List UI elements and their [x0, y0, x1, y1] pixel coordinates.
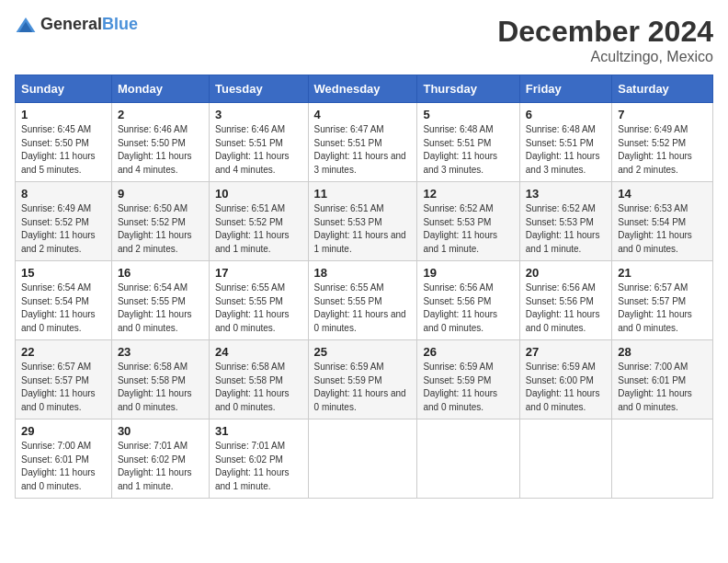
header-sunday: Sunday: [16, 75, 112, 103]
header: GeneralBlue December 2024 Acultzingo, Me…: [15, 15, 713, 65]
header-saturday: Saturday: [612, 75, 713, 103]
day-info: Sunrise: 6:59 AMSunset: 5:59 PMDaylight:…: [423, 362, 497, 412]
calendar-cell: 10Sunrise: 6:51 AMSunset: 5:52 PMDayligh…: [209, 182, 308, 261]
calendar-cell: 18Sunrise: 6:55 AMSunset: 5:55 PMDayligh…: [308, 261, 417, 340]
calendar-cell: [519, 419, 611, 499]
calendar-cell: [612, 419, 713, 499]
day-number: 22: [21, 345, 106, 359]
calendar-week-row: 15Sunrise: 6:54 AMSunset: 5:54 PMDayligh…: [16, 261, 713, 340]
day-number: 23: [118, 345, 203, 359]
day-number: 31: [215, 424, 302, 438]
header-friday: Friday: [519, 75, 611, 103]
day-number: 14: [618, 187, 707, 201]
day-number: 9: [118, 187, 203, 201]
calendar-cell: 12Sunrise: 6:52 AMSunset: 5:53 PMDayligh…: [417, 182, 519, 261]
day-info: Sunrise: 6:49 AMSunset: 5:52 PMDaylight:…: [21, 203, 96, 254]
day-number: 30: [118, 424, 203, 438]
day-info: Sunrise: 6:54 AMSunset: 5:54 PMDaylight:…: [21, 282, 96, 333]
day-info: Sunrise: 6:58 AMSunset: 5:58 PMDaylight:…: [215, 362, 290, 412]
day-number: 3: [215, 108, 302, 121]
calendar-table: Sunday Monday Tuesday Wednesday Thursday…: [15, 75, 713, 499]
logo: GeneralBlue: [15, 15, 138, 34]
day-info: Sunrise: 6:51 AMSunset: 5:53 PMDaylight:…: [314, 203, 406, 254]
calendar-cell: 7Sunrise: 6:49 AMSunset: 5:52 PMDaylight…: [612, 103, 713, 182]
calendar-cell: 4Sunrise: 6:47 AMSunset: 5:51 PMDaylight…: [308, 103, 417, 182]
location-title: Acultzingo, Mexico: [497, 49, 713, 65]
day-number: 4: [314, 108, 412, 121]
day-info: Sunrise: 6:48 AMSunset: 5:51 PMDaylight:…: [526, 124, 600, 175]
day-info: Sunrise: 7:01 AMSunset: 6:02 PMDaylight:…: [215, 441, 290, 491]
calendar-cell: 28Sunrise: 7:00 AMSunset: 6:01 PMDayligh…: [612, 340, 713, 419]
calendar-cell: [417, 419, 519, 499]
day-info: Sunrise: 7:00 AMSunset: 6:01 PMDaylight:…: [618, 362, 692, 412]
calendar-cell: 31Sunrise: 7:01 AMSunset: 6:02 PMDayligh…: [209, 419, 308, 499]
day-number: 15: [21, 266, 106, 280]
calendar-cell: 24Sunrise: 6:58 AMSunset: 5:58 PMDayligh…: [209, 340, 308, 419]
calendar-cell: 16Sunrise: 6:54 AMSunset: 5:55 PMDayligh…: [111, 261, 209, 340]
calendar-cell: 3Sunrise: 6:46 AMSunset: 5:51 PMDaylight…: [209, 103, 308, 182]
day-info: Sunrise: 6:56 AMSunset: 5:56 PMDaylight:…: [526, 282, 600, 333]
calendar-cell: 29Sunrise: 7:00 AMSunset: 6:01 PMDayligh…: [16, 419, 112, 499]
calendar-cell: 19Sunrise: 6:56 AMSunset: 5:56 PMDayligh…: [417, 261, 519, 340]
calendar-cell: 26Sunrise: 6:59 AMSunset: 5:59 PMDayligh…: [417, 340, 519, 419]
day-info: Sunrise: 7:00 AMSunset: 6:01 PMDaylight:…: [21, 441, 96, 491]
day-number: 20: [526, 266, 606, 280]
day-info: Sunrise: 6:54 AMSunset: 5:55 PMDaylight:…: [118, 282, 192, 333]
calendar-week-row: 22Sunrise: 6:57 AMSunset: 5:57 PMDayligh…: [16, 340, 713, 419]
day-info: Sunrise: 6:49 AMSunset: 5:52 PMDaylight:…: [618, 124, 692, 175]
calendar-cell: 14Sunrise: 6:53 AMSunset: 5:54 PMDayligh…: [612, 182, 713, 261]
day-number: 8: [21, 187, 106, 201]
day-number: 28: [618, 345, 707, 359]
day-number: 13: [526, 187, 606, 201]
day-number: 5: [423, 108, 513, 121]
day-number: 7: [618, 108, 707, 121]
day-number: 26: [423, 345, 513, 359]
calendar-cell: 9Sunrise: 6:50 AMSunset: 5:52 PMDaylight…: [111, 182, 209, 261]
day-info: Sunrise: 6:51 AMSunset: 5:52 PMDaylight:…: [215, 203, 290, 254]
calendar-cell: [308, 419, 417, 499]
day-info: Sunrise: 6:55 AMSunset: 5:55 PMDaylight:…: [314, 282, 406, 333]
day-number: 24: [215, 345, 302, 359]
day-info: Sunrise: 6:46 AMSunset: 5:51 PMDaylight:…: [215, 124, 290, 175]
logo-blue: Blue: [102, 15, 138, 33]
day-number: 1: [21, 108, 106, 121]
calendar-week-row: 1Sunrise: 6:45 AMSunset: 5:50 PMDaylight…: [16, 103, 713, 182]
header-tuesday: Tuesday: [209, 75, 308, 103]
calendar-cell: 11Sunrise: 6:51 AMSunset: 5:53 PMDayligh…: [308, 182, 417, 261]
header-wednesday: Wednesday: [308, 75, 417, 103]
weekday-header-row: Sunday Monday Tuesday Wednesday Thursday…: [16, 75, 713, 103]
day-number: 6: [526, 108, 606, 121]
day-number: 2: [118, 108, 203, 121]
day-number: 11: [314, 187, 412, 201]
logo-general: General: [40, 15, 102, 33]
day-info: Sunrise: 6:58 AMSunset: 5:58 PMDaylight:…: [118, 362, 192, 412]
calendar-cell: 25Sunrise: 6:59 AMSunset: 5:59 PMDayligh…: [308, 340, 417, 419]
day-number: 25: [314, 345, 412, 359]
day-info: Sunrise: 6:46 AMSunset: 5:50 PMDaylight:…: [118, 124, 192, 175]
day-info: Sunrise: 6:53 AMSunset: 5:54 PMDaylight:…: [618, 203, 692, 254]
title-area: December 2024 Acultzingo, Mexico: [497, 15, 713, 65]
header-monday: Monday: [111, 75, 209, 103]
day-number: 29: [21, 424, 106, 438]
day-info: Sunrise: 6:57 AMSunset: 5:57 PMDaylight:…: [21, 362, 96, 412]
day-info: Sunrise: 6:45 AMSunset: 5:50 PMDaylight:…: [21, 124, 96, 175]
day-info: Sunrise: 6:47 AMSunset: 5:51 PMDaylight:…: [314, 124, 406, 175]
calendar-cell: 17Sunrise: 6:55 AMSunset: 5:55 PMDayligh…: [209, 261, 308, 340]
day-info: Sunrise: 6:56 AMSunset: 5:56 PMDaylight:…: [423, 282, 497, 333]
day-info: Sunrise: 6:52 AMSunset: 5:53 PMDaylight:…: [423, 203, 497, 254]
calendar-week-row: 29Sunrise: 7:00 AMSunset: 6:01 PMDayligh…: [16, 419, 713, 499]
day-info: Sunrise: 6:59 AMSunset: 6:00 PMDaylight:…: [526, 362, 600, 412]
calendar-cell: 30Sunrise: 7:01 AMSunset: 6:02 PMDayligh…: [111, 419, 209, 499]
calendar-cell: 8Sunrise: 6:49 AMSunset: 5:52 PMDaylight…: [16, 182, 112, 261]
day-number: 21: [618, 266, 707, 280]
day-number: 18: [314, 266, 412, 280]
day-number: 16: [118, 266, 203, 280]
calendar-cell: 13Sunrise: 6:52 AMSunset: 5:53 PMDayligh…: [519, 182, 611, 261]
month-title: December 2024: [497, 15, 713, 49]
day-info: Sunrise: 7:01 AMSunset: 6:02 PMDaylight:…: [118, 441, 192, 491]
header-thursday: Thursday: [417, 75, 519, 103]
calendar-cell: 23Sunrise: 6:58 AMSunset: 5:58 PMDayligh…: [111, 340, 209, 419]
calendar-cell: 27Sunrise: 6:59 AMSunset: 6:00 PMDayligh…: [519, 340, 611, 419]
day-info: Sunrise: 6:59 AMSunset: 5:59 PMDaylight:…: [314, 362, 406, 412]
day-number: 27: [526, 345, 606, 359]
